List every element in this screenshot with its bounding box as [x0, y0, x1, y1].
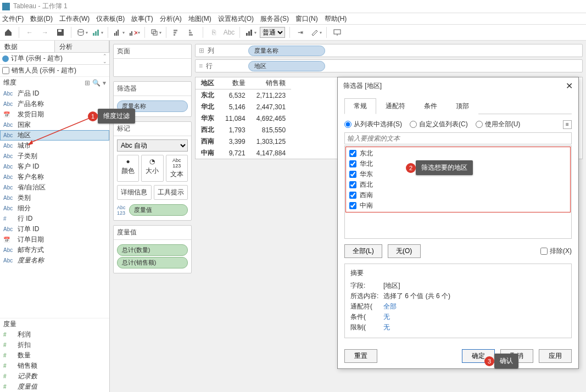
dimension-item[interactable]: 📅订单日期	[0, 234, 109, 245]
tab-analysis[interactable]: 分析	[55, 41, 110, 52]
table-row[interactable]: 西北1,793815,550	[196, 124, 291, 136]
duplicate-icon[interactable]: ▾	[149, 26, 161, 38]
measure-item[interactable]: #折扣	[0, 340, 109, 350]
presentation-mode-icon[interactable]	[331, 26, 343, 38]
table-row[interactable]: 华东11,0844,692,465	[196, 113, 291, 124]
menu-window[interactable]: 窗口(N)	[295, 14, 318, 24]
radio-use-all[interactable]: 使用全部(U)	[476, 120, 521, 129]
measure-item[interactable]: #度量值	[0, 382, 109, 392]
menu-worksheet[interactable]: 工作表(W)	[59, 14, 90, 24]
dimension-item[interactable]: Abc订单 ID	[0, 224, 109, 234]
filter-value-item[interactable]: 东北	[346, 148, 570, 159]
dimension-item[interactable]: Abc类别	[0, 193, 109, 203]
new-datasource-icon[interactable]: ▾	[76, 26, 88, 38]
menu-data[interactable]: 数据(D)	[30, 14, 53, 24]
dimension-item[interactable]: Abc产品 ID	[0, 88, 109, 99]
dimension-item[interactable]: Abc客户 ID	[0, 161, 109, 172]
filter-value-item[interactable]: 西南	[346, 190, 570, 200]
dimension-item[interactable]: Abc客户名称	[0, 172, 109, 182]
view-icon[interactable]: ⊞	[85, 79, 90, 87]
menu-story[interactable]: 故事(T)	[131, 14, 153, 24]
filter-value-checkbox[interactable]	[349, 171, 356, 178]
dimension-item[interactable]: Abc邮寄方式	[0, 245, 109, 255]
undo-icon[interactable]: ←	[24, 26, 36, 38]
measure-item[interactable]: #数量	[0, 350, 109, 361]
pin-icon[interactable]: ⇥	[294, 26, 306, 38]
menu-map[interactable]: 地图(M)	[188, 14, 211, 24]
columns-shelf[interactable]: ⊞列 度量名称	[195, 44, 583, 57]
swap-icon[interactable]: ▾	[113, 26, 125, 38]
dimension-item[interactable]: Abc细分	[0, 203, 109, 214]
filter-value-checkbox[interactable]	[349, 150, 356, 157]
search-icon[interactable]: 🔍	[92, 79, 101, 87]
mark-tooltip-button[interactable]: 工具提示	[154, 185, 188, 200]
menu-dashboard[interactable]: 仪表板(B)	[96, 14, 125, 24]
dimension-item[interactable]: Abc省/自治区	[0, 182, 109, 193]
filter-value-item[interactable]: 中南	[346, 200, 570, 211]
filter-value-item[interactable]: 西北	[346, 180, 570, 190]
tab-condition[interactable]: 条件	[415, 98, 447, 114]
tab-general[interactable]: 常规	[344, 98, 376, 114]
radio-custom-list[interactable]: 自定义值列表(C)	[410, 120, 468, 129]
apply-button[interactable]: 应用	[539, 349, 572, 363]
exclude-checkbox[interactable]: 排除(X)	[540, 247, 572, 256]
mark-size-button[interactable]: ◔大小	[141, 155, 163, 182]
fit-icon[interactable]: ▾	[244, 26, 256, 38]
filter-value-checkbox[interactable]	[349, 181, 356, 188]
mark-detail-button[interactable]: 详细信息	[117, 185, 152, 200]
table-row[interactable]: 西南3,3991,303,125	[196, 136, 291, 147]
dialog-titlebar[interactable]: 筛选器 [地区] ✕	[338, 77, 578, 94]
tab-data[interactable]: 数据	[0, 41, 55, 52]
menu-analysis[interactable]: 分析(A)	[160, 14, 182, 24]
select-all-button[interactable]: 全部(L)	[344, 244, 382, 258]
filter-search-input[interactable]	[344, 132, 572, 144]
close-icon[interactable]: ✕	[566, 81, 573, 91]
measure-item[interactable]: #记录数	[0, 371, 109, 382]
group-icon[interactable]: ⎘	[208, 26, 220, 38]
sort-desc-icon[interactable]	[186, 26, 198, 38]
datasource-select[interactable]: 订单 (示例 - 超市) ⌃⌄	[0, 53, 109, 65]
dimension-item[interactable]: Abc产品名称	[0, 99, 109, 109]
filter-value-checkbox[interactable]	[349, 160, 356, 167]
measure-value-pill[interactable]: 总计(数量)	[117, 244, 188, 256]
menu-help[interactable]: 帮助(H)	[325, 14, 347, 24]
menu-format[interactable]: 设置格式(O)	[218, 14, 254, 24]
options-icon[interactable]: ≡	[563, 120, 572, 129]
dimension-item[interactable]: Abc地区	[0, 130, 109, 141]
dimension-item[interactable]: Abc子类别	[0, 151, 109, 161]
sort-asc-icon[interactable]	[171, 26, 183, 38]
reset-button[interactable]: 重置	[344, 349, 377, 363]
measure-value-pill[interactable]: 总计(销售额)	[117, 257, 188, 268]
new-worksheet-icon[interactable]: ▾	[91, 26, 103, 38]
salespeople-row[interactable]: 销售人员 (示例 - 超市)	[0, 65, 109, 77]
chevron-down-icon[interactable]: ▾	[103, 79, 106, 87]
columns-pill[interactable]: 度量名称	[248, 46, 325, 56]
measure-values-shelf[interactable]: 度量值 总计(数量)总计(销售额)	[113, 225, 192, 273]
rows-shelf[interactable]: ≡行 地区	[195, 59, 583, 72]
tab-wildcard[interactable]: 通配符	[376, 98, 415, 114]
menu-file[interactable]: 文件(F)	[2, 14, 24, 24]
menu-server[interactable]: 服务器(S)	[260, 14, 289, 24]
salespeople-checkbox[interactable]	[2, 67, 9, 74]
measure-item[interactable]: #销售额	[0, 361, 109, 371]
mark-type-select[interactable]: Abc 自动	[117, 139, 188, 152]
radio-from-list[interactable]: 从列表中选择(S)	[344, 120, 402, 129]
redo-icon[interactable]: →	[39, 26, 51, 38]
rows-pill[interactable]: 地区	[248, 61, 325, 71]
dimension-item[interactable]: Abc度量名称	[0, 255, 109, 266]
save-icon[interactable]	[54, 26, 66, 38]
clear-sheet-icon[interactable]: ✕▾	[128, 26, 140, 38]
table-row[interactable]: 中南9,7214,147,884	[196, 147, 291, 159]
filter-value-checkbox[interactable]	[349, 192, 356, 199]
tab-top[interactable]: 顶部	[447, 98, 478, 114]
dimension-item[interactable]: #行 ID	[0, 214, 109, 224]
mark-color-button[interactable]: ●颜色	[117, 155, 139, 182]
table-row[interactable]: 东北6,5322,711,223	[196, 89, 291, 102]
dimension-item[interactable]: Abc国家	[0, 120, 109, 130]
fit-select[interactable]: 普通	[260, 27, 285, 38]
mark-text-button[interactable]: Abc123文本	[166, 155, 188, 182]
select-none-button[interactable]: 无(O)	[388, 244, 421, 258]
show-mark-labels-icon[interactable]: Abc	[223, 26, 235, 38]
measure-item[interactable]: #利润	[0, 329, 109, 340]
pages-shelf[interactable]: 页面	[113, 44, 192, 77]
